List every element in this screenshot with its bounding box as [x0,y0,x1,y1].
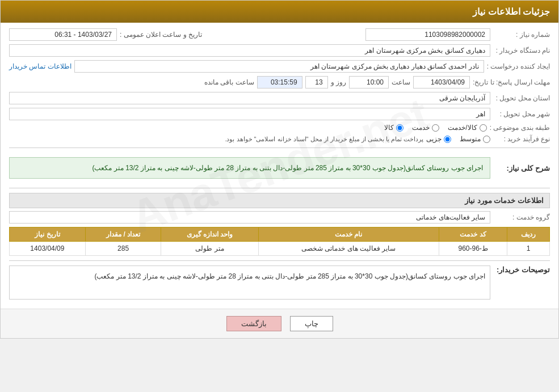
row-mohlatErsalPasokh: مهلت ارسال پاسخ: تا تاریخ: 1403/04/09 سا… [9,76,550,88]
radio-khadamat[interactable]: خدمت [412,124,439,132]
radio-jazzi-input[interactable] [444,136,451,143]
radio-kala-khadamat[interactable]: کالا/خدمت [448,124,486,132]
radio-khadamat-label: خدمت [412,124,430,132]
row-shahr: شهر محل تحویل : اهر [9,108,550,120]
farayand-radios: متوسط جزیی [426,135,490,143]
col-kodKhadamat: کد خدمت [439,227,507,242]
ostan-value: آذربایجان شرقی [9,92,490,104]
table-cell-5: 1403/04/09 [10,242,86,256]
tabaqe-label: طبقه بندی موضوعی : [490,124,550,132]
page-title: جزئیات اطلاعات نیاز [473,7,550,16]
radio-kala-khadamat-label: کالا/خدمت [448,124,477,132]
table-row: 1ط-96-960سایر فعالیت های خدماتی شخصیمتر … [10,242,550,256]
eijadKonande-value: نادر احمدی کسانق دهیار دهیاری بخش مرکزی … [74,60,484,73]
radio-khadamat-input[interactable] [432,124,439,132]
col-vahedAndaze: واحد اندازه گیری [161,227,258,242]
eijadKonande-label: ایجاد کننده درخواست : [487,62,550,70]
baghimandeh-label: ساعت باقی مانده [204,78,254,86]
button-bar: چاپ بازگشت [1,309,558,338]
groupKhadamat-value: سایر فعالیت‌های خدماتی [9,211,490,224]
etelaatTamas-link[interactable]: اطلاعات تماس خریدار [9,62,72,70]
table-cell-2: سایر فعالیت های خدماتی شخصی [258,242,439,256]
rooz-value: 13 [305,76,328,88]
groupKhadamat-label: گروه خدمت : [493,213,550,221]
page-wrapper: جزئیات اطلاعات نیاز AnaTender.net شماره … [0,0,559,339]
radio-kala-label: کالا [384,124,394,132]
col-tedad: تعداد / مقدار [85,227,161,242]
roozLabel: روز و [331,78,346,86]
date-value: 1403/04/09 [413,76,470,88]
noeFarayand-desc: پرداخت تمام یا بخشی از مبلغ خریدار از مح… [9,136,423,143]
radio-jazzi-label: جزیی [426,135,442,143]
radio-motavasset-input[interactable] [483,136,490,143]
col-namKhadamat: نام خدمت [258,227,439,242]
radio-jazzi[interactable]: جزیی [426,135,451,143]
services-table: ردیف کد خدمت نام خدمت واحد اندازه گیری ت… [9,227,550,256]
divider-3 [9,260,550,261]
divider-2 [9,188,550,188]
ostan-label: استان محل تحویل : [493,94,550,102]
shomareNiaz-label: شماره نیاز : [493,31,550,39]
row-eijadKonande: ایجاد کننده درخواست : نادر احمدی کسانق د… [9,60,550,73]
col-radif: ردیف [507,227,550,242]
namDastgah-value: دهیاری کسانق بخش مرکزی شهرستان اهر [9,44,490,57]
chap-button[interactable]: چاپ [290,316,333,331]
saatLabel: ساعت [392,78,410,86]
radio-motavasset-label: متوسط [460,135,481,143]
radio-kala-khadamat-input[interactable] [480,124,487,132]
sharhKolliNiaz-value: اجرای جوب روستای کسانق(جدول جوب 30*30 به… [9,157,490,179]
tarikh-label: تاریخ و ساعت اعلان عمومی : [120,31,202,39]
etelaatKhadamat-title: اطلاعات خدمات مورد نیاز [9,193,550,208]
row-shomareNiaz: شماره نیاز : 1103098982000002 تاریخ و سا… [9,28,550,41]
col-tarikhNiaz: تاریخ نیاز [10,227,86,242]
row-ostan: استان محل تحویل : آذربایجان شرقی [9,92,550,104]
mohlatErsalPasokh-label: مهلت ارسال پاسخ: تا تاریخ: [473,78,550,86]
content-area: شماره نیاز : 1103098982000002 تاریخ و سا… [1,23,558,309]
row-sharhKolliNiaz: شرح کلی نیاز: اجرای جوب روستای کسانق(جدو… [9,153,550,183]
shahr-value: اهر [9,108,490,120]
row-tosifat: توصیحات خریدار: اجرای جوب روستای کسانق(ج… [9,265,550,300]
noeFarayand-label: نوع فرآیند خرید : [493,135,550,143]
tarikh-value: 1403/03/27 - 06:31 [9,28,117,41]
shomareNiaz-value: 1103098982000002 [365,28,490,41]
bazgasht-button[interactable]: بازگشت [226,316,281,331]
table-cell-0: 1 [507,242,550,256]
row-groupKhadamat: گروه خدمت : سایر فعالیت‌های خدماتی [9,211,550,224]
divider-1 [9,147,550,148]
tabaqe-radios: کالا/خدمت خدمت کالا [384,124,486,132]
row-tabaqe: طبقه بندی موضوعی : کالا/خدمت خدمت کالا [9,124,550,132]
radio-motavasset[interactable]: متوسط [460,135,490,143]
sharhKolliNiaz-label: شرح کلی نیاز: [493,164,550,172]
table-cell-4: 285 [85,242,161,256]
row-noeFarayand: نوع فرآیند خرید : متوسط جزیی پرداخت تمام… [9,135,550,143]
main-content: AnaTender.net شماره نیاز : 1103098982000… [1,23,558,309]
page-header: جزئیات اطلاعات نیاز [1,1,558,23]
row-namDastgah: نام دستگاه خریدار : دهیاری کسانق بخش مرک… [9,44,550,57]
table-cell-3: متر طولی [161,242,258,256]
radio-kala-input[interactable] [396,124,404,132]
shahr-label: شهر محل تحویل : [493,110,550,118]
tosifatKharidar-label: توصیحات خریدار: [493,265,550,274]
baghimandeh-value: 03:15:59 [257,76,302,88]
saat-value: 10:00 [349,76,389,88]
namDastgah-label: نام دستگاه خریدار : [493,47,550,54]
radio-kala[interactable]: کالا [384,124,404,132]
table-cell-1: ط-96-960 [439,242,507,256]
tosifatKharidar-value: اجرای جوب روستای کسانق(جدول جوب 30*30 به… [9,265,490,300]
